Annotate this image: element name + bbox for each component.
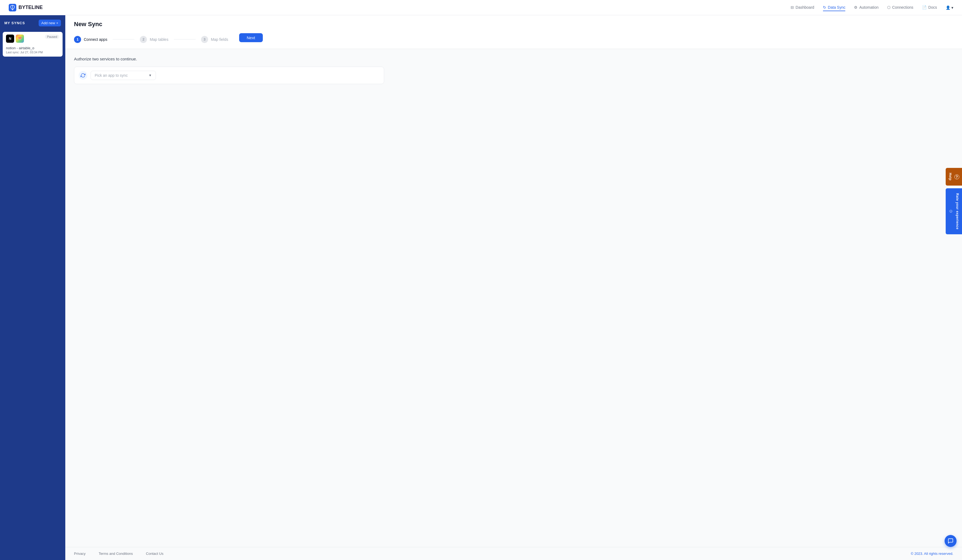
step-3-label: Map fields xyxy=(211,37,228,42)
stepper-row: 1 Connect apps 2 Map tables 3 Map fields xyxy=(74,33,953,49)
stepper: 1 Connect apps 2 Map tables 3 Map fields xyxy=(74,36,228,43)
content-area: Authorize two services to continue. Pick… xyxy=(65,49,962,547)
sidebar: MY SYNCS Add new + N Pa xyxy=(0,15,65,560)
nav-docs[interactable]: 📄 Docs xyxy=(922,4,937,11)
step-2-label: Map tables xyxy=(150,37,168,42)
sync-list-item[interactable]: N Paused notion - airtable_o Last sync: … xyxy=(3,32,63,56)
app-body: MY SYNCS Add new + N Pa xyxy=(0,15,962,560)
byteline-logo-icon xyxy=(9,4,16,11)
app-picker-placeholder: Pick an app to sync xyxy=(95,73,128,77)
sidebar-header: MY SYNCS Add new + xyxy=(0,19,65,31)
footer-copyright: © 2023. All rights reserved. xyxy=(911,552,953,556)
footer-contact-link[interactable]: Contact Us xyxy=(146,552,163,556)
rate-smile-icon: ☺ xyxy=(949,209,953,214)
app-picker-dropdown[interactable]: Pick an app to sync ▼ xyxy=(90,71,156,80)
step-2: 2 Map tables xyxy=(140,36,168,43)
nav-connections[interactable]: ⬡ Connections xyxy=(887,4,913,11)
sync-time: Last sync: Jul 27, 03:34 PM xyxy=(6,51,59,54)
nav-links: ⊟ Dashboard ↻ Data Sync ⚙ Automation ⬡ C… xyxy=(791,4,937,11)
help-tab-label: Help xyxy=(948,173,952,181)
user-chevron-icon: ▾ xyxy=(951,5,953,10)
right-side-panel: ? Help Rate your experience ☺ xyxy=(946,168,962,234)
paused-badge: Paused xyxy=(45,35,59,39)
data-sync-icon: ↻ xyxy=(823,5,826,10)
page-header: New Sync 1 Connect apps 2 Map tables xyxy=(65,15,962,49)
dashboard-icon: ⊟ xyxy=(791,5,794,10)
sync-name: notion - airtable_o xyxy=(6,46,59,50)
chat-bubble-button[interactable] xyxy=(944,535,957,547)
main-content: New Sync 1 Connect apps 2 Map tables xyxy=(65,15,962,560)
automation-icon: ⚙ xyxy=(854,5,857,10)
chat-icon xyxy=(947,538,954,544)
nav-data-sync[interactable]: ↻ Data Sync xyxy=(823,4,846,11)
step-3-number: 3 xyxy=(201,36,208,43)
airtable-icon xyxy=(16,35,24,43)
footer-terms-link[interactable]: Terms and Conditions xyxy=(99,552,133,556)
app-picker-card: Pick an app to sync ▼ xyxy=(74,67,384,84)
step-1: 1 Connect apps xyxy=(74,36,107,43)
nav-dashboard[interactable]: ⊟ Dashboard xyxy=(791,4,814,11)
help-question-icon: ? xyxy=(954,174,959,179)
footer-privacy-link[interactable]: Privacy xyxy=(74,552,86,556)
sync-app-icons: N xyxy=(6,35,24,43)
plus-icon: + xyxy=(56,21,58,25)
user-avatar-icon: 👤 xyxy=(946,5,950,10)
next-button[interactable]: Next xyxy=(239,33,263,42)
navbar: BYTELINE ⊟ Dashboard ↻ Data Sync ⚙ Autom… xyxy=(0,0,962,15)
docs-icon: 📄 xyxy=(922,5,926,10)
user-menu[interactable]: 👤 ▾ xyxy=(946,5,953,10)
footer: Privacy Terms and Conditions Contact Us … xyxy=(65,547,962,560)
connections-icon: ⬡ xyxy=(887,5,891,10)
nav-automation[interactable]: ⚙ Automation xyxy=(854,4,878,11)
step-2-number: 2 xyxy=(140,36,147,43)
chevron-down-icon: ▼ xyxy=(148,73,152,77)
help-tab[interactable]: ? Help xyxy=(946,168,962,185)
step-1-label: Connect apps xyxy=(84,37,107,42)
step-1-number: 1 xyxy=(74,36,81,43)
brand-logo[interactable]: BYTELINE xyxy=(9,4,43,11)
authorize-instruction: Authorize two services to continue. xyxy=(74,56,953,61)
rate-tab-label: Rate your experience xyxy=(956,193,959,229)
rate-tab[interactable]: Rate your experience ☺ xyxy=(946,188,962,234)
add-new-button[interactable]: Add new + xyxy=(39,19,61,26)
notion-icon: N xyxy=(6,35,14,43)
page-title: New Sync xyxy=(74,21,953,28)
step-3: 3 Map fields xyxy=(201,36,228,43)
sidebar-title: MY SYNCS xyxy=(4,21,25,25)
sync-circle-icon xyxy=(79,71,87,80)
brand-name: BYTELINE xyxy=(18,5,43,10)
